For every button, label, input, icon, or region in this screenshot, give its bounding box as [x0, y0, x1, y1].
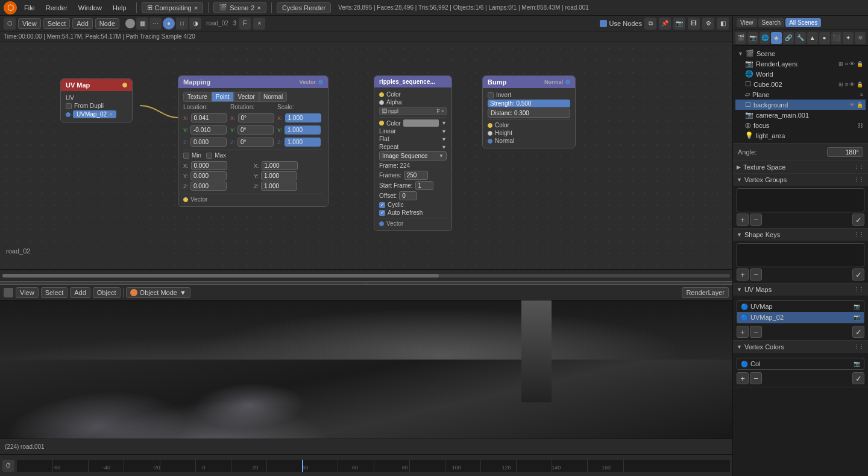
view3d-select-btn[interactable]: Select	[41, 287, 68, 298]
min-y[interactable]: 0.000	[190, 171, 227, 180]
node-view-btn[interactable]: View	[18, 18, 41, 29]
distance-field[interactable]: Distanc: 0.300	[488, 109, 570, 118]
tab-vector[interactable]: Vector	[234, 92, 259, 102]
ripples-f-btn[interactable]: F	[436, 108, 440, 114]
node-circle-icon[interactable]: ●	[163, 17, 175, 30]
rot-y[interactable]: 0°	[237, 125, 274, 135]
mapping-vector-input-dot[interactable]	[183, 197, 188, 202]
timeline-cursor[interactable]	[302, 460, 303, 472]
node-mapping-output-dot[interactable]	[318, 80, 323, 84]
node-pin-icon[interactable]: 📌	[659, 17, 671, 30]
rot-z[interactable]: 0°	[237, 138, 274, 147]
ripples-color-dot[interactable]	[379, 92, 384, 97]
tab-texture[interactable]: Texture	[183, 92, 212, 102]
max-checkbox[interactable]	[206, 153, 212, 159]
sk-remove-btn[interactable]: −	[750, 268, 762, 281]
scrollbar-track[interactable]	[2, 274, 730, 278]
view3d-add-btn[interactable]: Add	[70, 287, 90, 298]
uv-map-item-0[interactable]: 🔵 UVMap 📷	[737, 301, 864, 312]
uv-map-item-1[interactable]: 🔵 UVMap_02 📷	[737, 312, 864, 323]
vertex-colors-header[interactable]: ▼ Vertex Colors ⋮⋮	[733, 341, 868, 353]
vg-add-btn[interactable]: +	[737, 214, 749, 226]
tab-all-scenes[interactable]: All Scenes	[785, 18, 821, 27]
tree-camera[interactable]: 📷 camera_main.001	[735, 110, 866, 120]
node-flag-icon[interactable]: F	[239, 17, 251, 30]
vc-remove-btn[interactable]: −	[750, 372, 762, 384]
angle-value[interactable]: 180°	[827, 147, 863, 157]
max-z[interactable]: 1.000	[261, 182, 297, 191]
min-checkbox[interactable]	[183, 153, 189, 159]
props-object-icon[interactable]: ◈	[771, 32, 782, 44]
scale-y[interactable]: 1.000	[285, 125, 321, 135]
use-nodes-checkbox[interactable]	[600, 20, 607, 27]
tab-view[interactable]: View	[737, 18, 757, 27]
object-mode-select[interactable]: Object Mode ▼	[126, 287, 190, 298]
node-node-btn[interactable]: Node	[95, 18, 119, 29]
node-camera-icon[interactable]: 📷	[673, 17, 685, 30]
loc-x[interactable]: 0.041	[191, 113, 227, 122]
editor-type-close[interactable]: ×	[194, 4, 198, 11]
min-x[interactable]: 0.000	[191, 161, 227, 170]
uv-check-btn[interactable]: ✓	[852, 326, 864, 338]
node-collapse-icon[interactable]: ◧	[717, 17, 729, 30]
node-editor-icon[interactable]: ⬡	[4, 17, 16, 30]
renderlayer-select[interactable]: RenderLayer	[682, 287, 729, 298]
tab-normal[interactable]: Normal	[259, 92, 287, 102]
max-y[interactable]: 1.000	[261, 171, 297, 180]
uvmap-clear-btn[interactable]: ×	[109, 111, 113, 118]
node-render-icon2[interactable]: 🎞	[688, 17, 700, 30]
rot-x[interactable]: 0°	[238, 113, 274, 122]
frames-val[interactable]: 250	[404, 171, 428, 180]
ripples-color-swatch[interactable]	[403, 119, 439, 127]
bump-invert-checkbox[interactable]	[488, 92, 494, 98]
node-bump[interactable]: Bump Normal Invert	[482, 75, 576, 148]
node-mapping[interactable]: Mapping Vector Texture Point Vector	[178, 75, 329, 207]
props-material-icon[interactable]: ●	[819, 32, 830, 44]
ripples-vector-in-dot[interactable]	[379, 221, 384, 226]
node-bump-output-dot[interactable]	[565, 80, 570, 84]
cyclic-checkbox[interactable]	[379, 202, 385, 208]
vertex-color-item-0[interactable]: 🔵 Col 📷	[737, 358, 864, 369]
ripples-x-btn[interactable]: ×	[441, 108, 444, 114]
bump-height-in-dot[interactable]	[488, 131, 492, 136]
uvmap-name-field[interactable]: UVMap_02 ×	[73, 110, 116, 118]
tree-focus[interactable]: ◎ focus ⛓	[735, 120, 866, 130]
max-x[interactable]: 1.000	[262, 161, 298, 170]
menu-help[interactable]: Help	[108, 3, 131, 13]
tab-search[interactable]: Search	[758, 18, 785, 27]
node-ripples[interactable]: ripples_sequence... Color Alpha	[374, 75, 452, 231]
timeline-track[interactable]: -60 -40 -20 0 20 40 60 80 100 120 140 16…	[17, 460, 730, 472]
loc-y[interactable]: -0.010	[190, 125, 227, 135]
props-particles-icon[interactable]: ✦	[843, 32, 854, 44]
node-select-btn[interactable]: Select	[43, 18, 71, 29]
ripples-color-in-dot[interactable]	[379, 121, 384, 125]
props-world-icon[interactable]: 🌐	[760, 32, 770, 44]
tree-background[interactable]: ☐ background 👁 🔒	[735, 100, 866, 110]
view3d-view-btn[interactable]: View	[16, 287, 39, 298]
tree-cube[interactable]: ☐ Cube.002 ⊞ ≡ 👁 🔒	[735, 79, 866, 89]
tree-plane[interactable]: ▱ Plane ≡	[735, 89, 866, 100]
scrollbar-thumb[interactable]	[2, 274, 439, 278]
props-texture-icon[interactable]: ⬛	[831, 32, 842, 44]
start-frame-val[interactable]: 1	[415, 181, 433, 190]
tree-scene[interactable]: ▼ 🎬 Scene	[735, 48, 866, 59]
vg-remove-btn[interactable]: −	[750, 214, 762, 226]
node-uvmap[interactable]: UV Map UV From Dupli	[60, 78, 133, 122]
props-scene-icon[interactable]: 🎬	[735, 32, 746, 44]
menu-render[interactable]: Render	[41, 3, 72, 13]
view3d-object-btn[interactable]: Object	[93, 287, 121, 298]
vertex-groups-header[interactable]: ▼ Vertex Groups ⋮⋮	[733, 174, 868, 186]
node-canvas[interactable]: UV Map UV From Dupli	[0, 42, 732, 269]
bump-normal-in-dot[interactable]	[488, 139, 492, 144]
sk-add-btn[interactable]: +	[737, 268, 749, 281]
strength-field[interactable]: Strength: 0.500	[488, 100, 570, 107]
menu-window[interactable]: Window	[74, 3, 107, 13]
uv-input-dot[interactable]	[66, 112, 71, 117]
uv-remove-btn[interactable]: −	[750, 326, 762, 338]
ripples-image-bar[interactable]: 🖼 rippl F ×	[379, 107, 447, 115]
scene-close[interactable]: ×	[257, 4, 260, 11]
fromdupli-checkbox[interactable]	[66, 103, 72, 109]
min-z[interactable]: 0.000	[190, 182, 227, 191]
scale-z[interactable]: 1.000	[285, 138, 321, 147]
node-tools-icon[interactable]: ⚙	[702, 17, 714, 30]
